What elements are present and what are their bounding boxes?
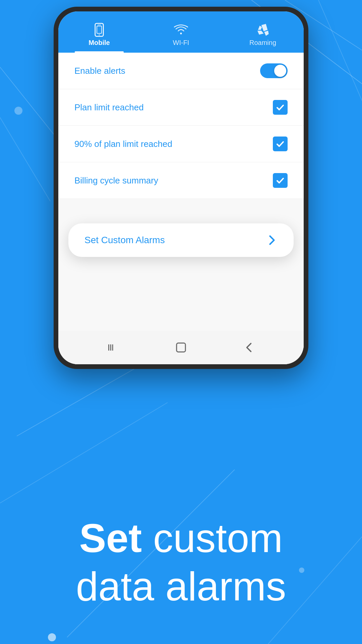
settings-area: Enable alerts Plan limit reached — [58, 53, 304, 364]
billing-cycle-checkbox[interactable] — [273, 173, 288, 188]
headline-regular-2: data alarms — [76, 564, 286, 609]
headline-line1: Set custom — [76, 514, 286, 562]
nav-bar — [58, 331, 304, 364]
phone-outer: Mobile WI-FI — [54, 7, 308, 369]
tab-bar: Mobile WI-FI — [58, 11, 304, 53]
billing-cycle-row: Billing cycle summary — [58, 162, 304, 199]
svg-point-18 — [180, 33, 182, 34]
svg-rect-16 — [97, 26, 102, 34]
plan-limit-checkbox[interactable] — [273, 100, 288, 115]
mobile-icon — [92, 23, 106, 37]
svg-point-9 — [14, 107, 22, 115]
enable-alerts-label: Enable alerts — [74, 66, 125, 76]
tab-roaming-label: Roaming — [249, 39, 276, 47]
recent-apps-button[interactable] — [107, 342, 119, 353]
app-content: Mobile WI-FI — [58, 11, 304, 364]
phone-inner: Mobile WI-FI — [58, 11, 304, 364]
wifi-icon — [174, 23, 188, 37]
svg-point-17 — [99, 34, 100, 36]
tab-wifi[interactable]: WI-FI — [140, 18, 222, 53]
tab-mobile[interactable]: Mobile — [58, 18, 140, 53]
headline-regular-1: custom — [142, 516, 283, 560]
home-button[interactable] — [175, 341, 187, 354]
svg-rect-22 — [177, 343, 185, 352]
billing-cycle-label: Billing cycle summary — [74, 175, 158, 186]
plan-limit-90-label: 90% of plan limit reached — [74, 139, 172, 149]
plan-limit-row: Plan limit reached — [58, 89, 304, 126]
plan-limit-90-checkbox[interactable] — [273, 137, 288, 151]
back-button[interactable] — [243, 341, 255, 354]
svg-rect-15 — [98, 24, 101, 25]
toggle-knob — [274, 65, 286, 77]
bottom-section: Set custom data alarms — [0, 369, 362, 644]
svg-line-4 — [0, 117, 50, 201]
phone-frame: Mobile WI-FI — [54, 7, 308, 369]
tab-roaming[interactable]: Roaming — [222, 18, 304, 53]
plan-limit-90-row: 90% of plan limit reached — [58, 126, 304, 162]
headline-line2: data alarms — [76, 562, 286, 610]
roaming-icon — [256, 23, 270, 37]
headline: Set custom data alarms — [76, 514, 286, 610]
headline-bold: Set — [79, 516, 142, 560]
plan-limit-label: Plan limit reached — [74, 102, 144, 113]
tab-wifi-label: WI-FI — [173, 39, 189, 47]
enable-alerts-toggle[interactable] — [260, 63, 288, 78]
svg-line-2 — [318, 0, 362, 101]
custom-alarms-label: Set Custom Alarms — [84, 235, 165, 246]
enable-alerts-row: Enable alerts — [58, 53, 304, 89]
settings-card: Enable alerts Plan limit reached — [58, 53, 304, 199]
custom-alarms-card[interactable]: Set Custom Alarms — [68, 223, 294, 257]
chevron-right-icon — [265, 234, 278, 246]
tab-mobile-label: Mobile — [88, 39, 110, 47]
